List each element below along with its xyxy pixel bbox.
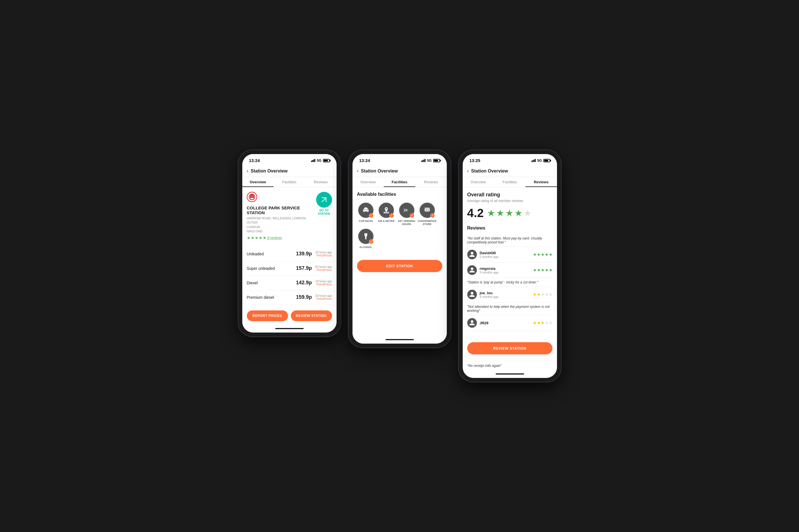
fuel-price-0: 139.9p	[296, 251, 312, 257]
station-rating-row: ★ ★ ★ ★ ★ 8 reviews	[247, 235, 316, 240]
status-bar-3: 13:25 5G	[463, 154, 557, 165]
status-bar-2: 13:24 5G	[352, 154, 447, 165]
report-prices-button[interactable]: REPORT PRICES	[247, 310, 288, 321]
tab-reviews-1[interactable]: Reviews	[305, 177, 337, 187]
go-circle	[316, 192, 332, 208]
user-stars-2: ★ ★ ★ ★ ★	[533, 292, 552, 297]
user-avatar-3	[467, 318, 477, 328]
user-info-2: joe_lou 4 months ago	[480, 291, 533, 299]
247-label: 24/7 OPENING HOURS	[398, 220, 416, 226]
station-logo	[247, 192, 257, 202]
star-1: ★	[247, 235, 251, 240]
247-icon: 24	[399, 203, 414, 218]
tab-facilities-2[interactable]: Facilities	[384, 177, 415, 187]
tabs-1: Overview Facilities Reviews	[242, 177, 337, 187]
fuel-price-1: 157.9p	[296, 265, 312, 271]
tab-overview-3[interactable]: Overview	[463, 177, 494, 187]
rating-row: 4.2 ★ ★ ★ ★ ★	[467, 206, 552, 220]
signal-icon-2	[421, 159, 425, 162]
fuel-time-3: 20 hours ago	[315, 294, 332, 297]
alcohol-icon	[358, 229, 374, 244]
alcohol-check	[369, 240, 374, 244]
review-user-0: David430 2 months ago ★ ★ ★ ★ ★	[467, 247, 552, 263]
user-name-2: joe_lou	[480, 291, 533, 295]
nav-title-3: Station Overview	[471, 169, 508, 174]
edit-station-button[interactable]: EDIT STATION	[357, 260, 442, 272]
home-bar-2	[385, 339, 414, 340]
time-2: 13:24	[359, 158, 370, 163]
overall-title: Overall rating	[467, 192, 552, 198]
fuel-name-1: Super unleaded	[247, 266, 296, 271]
star-3: ★	[255, 235, 258, 240]
fuel-name-3: Premium diesel	[247, 295, 296, 300]
fuel-meta-3: 20 hours ago PetrolPrices	[315, 294, 332, 301]
nav-bar-3: ‹ Station Overview	[463, 165, 557, 177]
fuel-row-super: Super unleaded 157.9p 63 hours ago Petro…	[242, 261, 337, 276]
review-quote-0: "No staff at this station. Must pay by c…	[467, 234, 552, 247]
air-water-label: AIR & WATER	[378, 220, 395, 223]
status-icons-3: 5G	[531, 158, 550, 163]
svg-rect-2	[383, 212, 389, 212]
station-name: COLLEGE PARK SERVICE STATION	[247, 205, 316, 215]
fuel-meta-0: 26 hours ago PetrolPrices	[315, 251, 332, 257]
back-button-1[interactable]: ‹	[247, 168, 249, 174]
phone-reviews: 13:25 5G ‹ Station Overview Overview Fac…	[459, 150, 561, 382]
fuel-time-1: 63 hours ago	[315, 265, 332, 268]
fuel-time-0: 26 hours ago	[315, 251, 332, 254]
go-to-station-btn[interactable]: GO TOSTATION	[316, 192, 332, 216]
signal-icon-1	[311, 159, 315, 162]
station-address: HARROW ROAD, WILLESDEN, LONDON, OUTER LO…	[247, 216, 316, 234]
store-check	[430, 213, 435, 218]
big-star-2: ★	[496, 208, 505, 218]
back-button-2[interactable]: ‹	[357, 168, 359, 174]
user-info-0: David430 2 months ago	[480, 251, 533, 259]
home-indicator-2	[352, 336, 447, 344]
rating-stars-large: ★ ★ ★ ★ ★	[487, 208, 532, 218]
tab-facilities-1[interactable]: Facilities	[274, 177, 305, 187]
facility-store: CONVENIENCE STORE	[418, 203, 436, 226]
tab-facilities-3[interactable]: Facilities	[494, 177, 525, 187]
user-time-2: 4 months ago	[480, 295, 533, 299]
last-review-partial: "No receipt rolls again"	[463, 361, 557, 370]
user-name-0: David430	[480, 251, 533, 255]
reviews-count[interactable]: 8 reviews	[268, 236, 282, 240]
fuel-row-premium: Premium diesel 159.9p 20 hours ago Petro…	[242, 290, 337, 305]
overall-subtitle: Average rating of all member reviews	[467, 199, 552, 203]
nav-title-2: Station Overview	[361, 169, 398, 174]
alcohol-label: ALCOHOL	[359, 246, 372, 249]
back-button-3[interactable]: ‹	[467, 168, 469, 174]
rating-number: 4.2	[467, 206, 484, 220]
fuel-meta-1: 63 hours ago PetrolPrices	[315, 265, 332, 271]
battery-icon-3	[543, 159, 550, 162]
fuel-row-diesel: Diesel 142.9p 19 hours ago PetrolPrices	[242, 276, 337, 290]
network-3: 5G	[537, 158, 542, 163]
review-station-button-1[interactable]: REVIEW STATION	[291, 310, 332, 321]
station-header: COLLEGE PARK SERVICE STATION HARROW ROAD…	[242, 187, 337, 245]
tab-reviews-2[interactable]: Reviews	[415, 177, 447, 187]
tabs-3: Overview Facilities Reviews	[463, 177, 557, 187]
facility-car-wash: CAR WASH	[357, 203, 375, 226]
phones-container: 13:24 5G ‹ Station Overview Overview	[238, 150, 561, 382]
nav-bar-2: ‹ Station Overview	[352, 165, 447, 177]
nav-title-1: Station Overview	[251, 169, 288, 174]
air-water-icon	[379, 203, 394, 218]
fuel-name-2: Diesel	[247, 281, 296, 285]
user-name-1: rmgorsia	[480, 266, 533, 271]
tab-overview-2[interactable]: Overview	[352, 177, 384, 187]
fuel-price-3: 159.9p	[296, 294, 312, 300]
store-icon	[419, 203, 435, 218]
fuel-time-2: 19 hours ago	[315, 280, 332, 283]
tabs-2: Overview Facilities Reviews	[352, 177, 447, 187]
review-user-1: rmgorsia 3 months ago ★ ★ ★ ★ ★	[467, 263, 552, 278]
star-half: ★	[263, 235, 267, 240]
phone-overview: 13:24 5G ‹ Station Overview Overview	[238, 150, 341, 337]
home-indicator-1	[242, 325, 337, 332]
user-avatar-0	[467, 250, 477, 259]
phone-facilities: 13:24 5G ‹ Station Overview Overview Fac…	[348, 150, 451, 347]
facility-air-water: AIR & WATER	[378, 203, 395, 226]
review-station-button-3[interactable]: REVIEW STATION	[467, 342, 552, 354]
big-star-3: ★	[505, 208, 513, 218]
tab-overview-1[interactable]: Overview	[242, 177, 274, 187]
home-bar-1	[275, 328, 304, 329]
tab-reviews-3[interactable]: Reviews	[525, 177, 557, 187]
